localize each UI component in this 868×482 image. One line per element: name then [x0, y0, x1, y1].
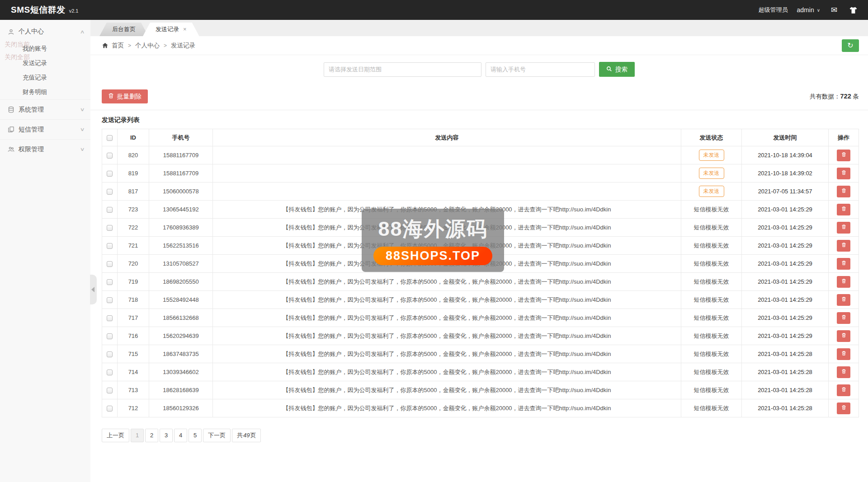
cell-status: 未发送: [681, 146, 742, 164]
delete-row-button[interactable]: [837, 348, 850, 360]
search-button[interactable]: 搜索: [599, 62, 635, 77]
delete-row-button[interactable]: [837, 312, 850, 324]
sidebar-group-system-management[interactable]: 系统管理∨: [0, 99, 90, 119]
select-all-checkbox[interactable]: [107, 135, 113, 141]
row-checkbox[interactable]: [107, 243, 113, 249]
copy-icon: [8, 126, 19, 133]
tab-dashboard[interactable]: 后台首页: [99, 23, 148, 36]
delete-row-button[interactable]: [837, 366, 850, 378]
row-checkbox[interactable]: [107, 153, 113, 159]
mail-icon[interactable]: ✉: [829, 5, 839, 15]
table-row: 71815528492448【抖友钱包】您的账户，因为公司发福利了，你原本的50…: [102, 291, 859, 309]
sidebar-group-personal-center[interactable]: 个人中心∧: [0, 22, 90, 42]
row-checkbox[interactable]: [107, 189, 113, 195]
cell-time: 2021-03-01 14:25:29: [742, 327, 829, 345]
row-checkbox[interactable]: [107, 388, 113, 393]
sidebar-group-permission-management[interactable]: 权限管理∨: [0, 139, 90, 159]
cell-action: [829, 273, 859, 291]
cell-id: 720: [118, 255, 149, 273]
pagination-page-1[interactable]: 1: [131, 429, 144, 442]
cell-id: 718: [118, 291, 149, 309]
table-row: 72217608936389【抖友钱包】您的账户，因为公司发福利了，你原本的50…: [102, 219, 859, 237]
theme-tshirt-icon[interactable]: [848, 5, 858, 15]
cell-content: [213, 146, 681, 164]
trash-icon: [841, 170, 846, 177]
cell-action: [829, 345, 859, 363]
delete-row-button[interactable]: [837, 384, 850, 396]
cell-time: 2021-03-01 14:25:29: [742, 309, 829, 327]
trash-icon: [841, 387, 846, 393]
app-version: v2.1: [69, 8, 79, 14]
breadcrumb-current: 发送记录: [171, 42, 195, 50]
delete-row-button[interactable]: [837, 240, 850, 252]
row-checkbox[interactable]: [107, 261, 113, 267]
cell-content: 【抖友钱包】您的账户，因为公司发福利了，你原本的5000，金额变化，账户余额20…: [213, 363, 681, 381]
row-checkbox[interactable]: [107, 351, 113, 357]
cell-phone: 17608936389: [149, 219, 213, 237]
delete-row-button[interactable]: [837, 294, 850, 306]
trash-icon: [841, 369, 846, 375]
delete-row-button[interactable]: [837, 150, 850, 161]
cell-action: [829, 237, 859, 255]
row-checkbox[interactable]: [107, 315, 113, 321]
status-badge: 未发送: [699, 150, 724, 161]
table-body: 82015881167709未发送2021-10-18 14:39:048191…: [102, 146, 859, 417]
table-header-row: ID 手机号 发送内容 发送状态 发送时间 操作: [102, 129, 859, 146]
date-range-input[interactable]: [324, 62, 481, 77]
row-checkbox[interactable]: [107, 279, 113, 285]
row-checkbox[interactable]: [107, 297, 113, 303]
row-checkbox[interactable]: [107, 225, 113, 231]
sidebar-collapse-handle[interactable]: [90, 275, 97, 304]
status-text: 短信模板无效: [694, 387, 729, 393]
breadcrumb-personal-center[interactable]: 个人中心: [135, 42, 160, 50]
cell-status: 短信模板无效: [681, 327, 742, 345]
pagination-page-5[interactable]: 5: [189, 429, 202, 442]
col-action: 操作: [829, 129, 859, 146]
cell-content: 【抖友钱包】您的账户，因为公司发福利了，你原本的5000，金额变化，账户余额20…: [213, 273, 681, 291]
row-checkbox[interactable]: [107, 406, 113, 412]
batch-delete-button[interactable]: 批量删除: [102, 89, 148, 103]
cell-status: 短信模板无效: [681, 309, 742, 327]
cell-status: 短信模板无效: [681, 381, 742, 399]
row-checkbox[interactable]: [107, 370, 113, 375]
delete-row-button[interactable]: [837, 204, 850, 215]
cell-content: [213, 183, 681, 201]
main-content: 后台首页 发送记录× 首页 > 个人中心 > 发送记录 ↻ 搜索 批量删除: [90, 20, 868, 482]
table-row: 71615620294639【抖友钱包】您的账户，因为公司发福利了，你原本的50…: [102, 327, 859, 345]
database-icon: [8, 106, 19, 113]
tab-send-records[interactable]: 发送记录×: [143, 23, 199, 36]
delete-row-button[interactable]: [837, 258, 850, 270]
cell-id: 820: [118, 146, 149, 164]
sidebar-group-sms-management[interactable]: 短信管理∨: [0, 119, 90, 139]
sidebar-item-finance-details[interactable]: 财务明细: [0, 85, 90, 99]
row-checkbox[interactable]: [107, 207, 113, 213]
tab-close-icon[interactable]: ×: [183, 26, 187, 33]
cell-status: 未发送: [681, 183, 742, 201]
delete-row-button[interactable]: [837, 168, 850, 179]
sidebar-item-my-account[interactable]: 我的账号: [0, 42, 90, 56]
delete-row-button[interactable]: [837, 222, 850, 234]
row-checkbox[interactable]: [107, 333, 113, 339]
pagination-page-3[interactable]: 3: [160, 429, 173, 442]
delete-row-button[interactable]: [837, 186, 850, 197]
cell-id: 716: [118, 327, 149, 345]
row-checkbox[interactable]: [107, 171, 113, 177]
delete-row-button[interactable]: [837, 402, 850, 414]
pagination-page-4[interactable]: 4: [174, 429, 187, 442]
delete-row-button[interactable]: [837, 276, 850, 288]
sidebar-item-send-records[interactable]: 发送记录: [0, 56, 90, 70]
trash-icon: [841, 351, 846, 357]
breadcrumb-home[interactable]: 首页: [112, 42, 124, 50]
delete-row-button[interactable]: [837, 330, 850, 342]
sidebar-item-recharge-records[interactable]: 充值记录: [0, 70, 90, 85]
status-text: 短信模板无效: [694, 224, 729, 231]
refresh-button[interactable]: ↻: [842, 39, 859, 52]
col-phone: 手机号: [149, 129, 213, 146]
status-badge: 未发送: [699, 186, 724, 197]
cell-id: 721: [118, 237, 149, 255]
pagination-page-2[interactable]: 2: [145, 429, 158, 442]
pagination-prev[interactable]: 上一页: [102, 429, 129, 442]
phone-input[interactable]: [486, 62, 595, 77]
pagination-next[interactable]: 下一页: [203, 429, 231, 442]
user-menu[interactable]: admin ∨: [797, 6, 820, 14]
